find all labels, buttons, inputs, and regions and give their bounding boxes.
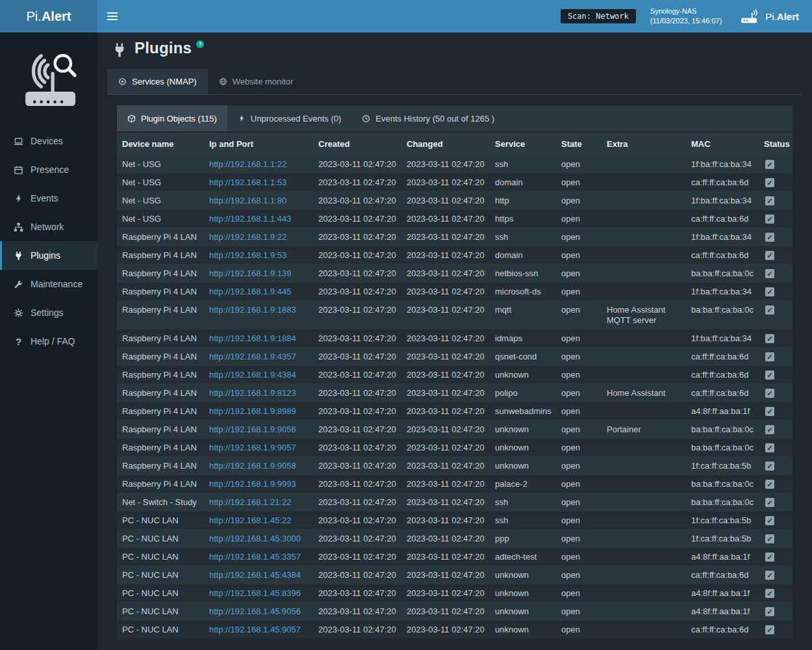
status-checkbox[interactable]: ✓ (765, 178, 774, 187)
ip-port-link[interactable]: http://192.168.1.9:9058 (209, 461, 296, 471)
status-checkbox[interactable]: ✓ (765, 607, 774, 616)
settings-icon (13, 308, 24, 318)
sidebar-item-label: Devices (31, 136, 63, 146)
status-checkbox[interactable]: ✓ (765, 196, 774, 205)
status-checkbox[interactable]: ✓ (765, 160, 774, 169)
status-checkbox[interactable]: ✓ (765, 389, 774, 398)
ip-port-link[interactable]: http://192.168.1.9:53 (209, 250, 286, 260)
subtab-label: Events History (50 out of 1265 ) (375, 114, 494, 124)
sidebar-toggle-button[interactable] (97, 0, 127, 32)
subtab-events-history[interactable]: Events History (50 out of 1265 ) (351, 105, 505, 131)
status-checkbox[interactable]: ✓ (765, 480, 774, 489)
ip-port-link[interactable]: http://192.168.1.45:9057 (209, 625, 301, 634)
tab-content: Plugin Objects (115) Unprocessed Events … (107, 95, 802, 639)
ip-port-link[interactable]: http://192.168.1.9:139 (209, 268, 292, 278)
sidebar-item-presence[interactable]: Presence (0, 155, 97, 184)
device-name-cell: Raspberry Pi 4 LAN (117, 283, 204, 301)
sidebar-item-network[interactable]: Network (0, 213, 97, 241)
ip-port-link[interactable]: http://192.168.1.9:445 (209, 287, 292, 296)
subtab-plugin-objects[interactable]: Plugin Objects (115) (117, 105, 227, 131)
status-checkbox[interactable]: ✓ (765, 251, 774, 260)
help-icon: ? (13, 336, 24, 347)
status-cell: ✓ (759, 246, 793, 265)
ip-port-link[interactable]: http://192.168.1.9:1883 (209, 305, 296, 315)
status-cell: ✓ (759, 439, 793, 457)
status-checkbox[interactable]: ✓ (765, 625, 774, 634)
sidebar-item-maintenance[interactable]: Maintenance (0, 270, 97, 298)
service-cell: idmaps (490, 330, 556, 348)
status-checkbox[interactable]: ✓ (765, 498, 774, 507)
ip-port-link[interactable]: http://192.168.1.1:22 (209, 159, 286, 169)
changed-cell: 2023-03-11 02:47:20 (401, 402, 490, 421)
service-cell: domain (490, 174, 556, 192)
status-checkbox[interactable]: ✓ (765, 552, 774, 562)
status-cell: ✓ (759, 402, 793, 421)
status-checkbox[interactable]: ✓ (765, 589, 774, 598)
mac-cell: ca:ff:ff:ca:ba:6d (686, 621, 759, 639)
status-checkbox[interactable]: ✓ (765, 425, 774, 434)
ip-port-link[interactable]: http://192.168.1.9:1884 (209, 333, 296, 343)
extra-cell (602, 192, 686, 210)
created-cell: 2023-03-11 02:47:20 (313, 228, 401, 246)
ip-port-link[interactable]: http://192.168.1.45:3000 (209, 534, 301, 543)
changed-cell: 2023-03-11 02:47:20 (401, 530, 490, 548)
service-cell: netbios-ssn (490, 265, 556, 283)
table-row: PC - NUC LANhttp://192.168.1.45:43842023… (117, 566, 793, 584)
table-row: Raspberry Pi 4 LANhttp://192.168.1.9:435… (117, 348, 793, 366)
ip-port-link[interactable]: http://192.168.1.9:8123 (209, 388, 296, 398)
ip-port-link[interactable]: http://192.168.1.1:443 (209, 214, 292, 224)
ip-port-link[interactable]: http://192.168.1.45:9056 (209, 606, 301, 616)
sidebar-item-devices[interactable]: Devices (0, 127, 97, 155)
status-checkbox[interactable]: ✓ (765, 462, 774, 471)
status-checkbox[interactable]: ✓ (765, 571, 774, 580)
status-checkbox[interactable]: ✓ (765, 214, 774, 224)
status-checkbox[interactable]: ✓ (765, 370, 774, 380)
app-brand[interactable]: Pi.Alert (0, 0, 97, 32)
ip-port-link[interactable]: http://192.168.1.45:22 (209, 515, 292, 525)
app-logo (0, 32, 97, 127)
table-body: Net - USGhttp://192.168.1.1:222023-03-11… (117, 155, 793, 639)
ip-port-link[interactable]: http://192.168.1.9:4357 (209, 352, 296, 361)
ip-port-link[interactable]: http://192.168.1.45:3357 (209, 552, 301, 562)
ip-port-link[interactable]: http://192.168.1.1:80 (209, 196, 286, 205)
ip-port-link[interactable]: http://192.168.1.45:4384 (209, 570, 301, 580)
status-checkbox[interactable]: ✓ (765, 443, 774, 452)
status-checkbox[interactable]: ✓ (765, 534, 774, 543)
status-checkbox[interactable]: ✓ (765, 233, 774, 242)
ip-port-link[interactable]: http://192.168.1.21:22 (209, 497, 292, 507)
column-header: Extra (602, 133, 686, 155)
status-checkbox[interactable]: ✓ (765, 269, 774, 278)
status-checkbox[interactable]: ✓ (765, 352, 774, 361)
ip-port-link[interactable]: http://192.168.1.9:8989 (209, 406, 296, 416)
status-checkbox[interactable]: ✓ (765, 407, 774, 416)
ip-port-link[interactable]: http://192.168.1.9:9056 (209, 424, 296, 434)
status-checkbox[interactable]: ✓ (765, 516, 774, 525)
ip-port-link[interactable]: http://192.168.1.1:53 (209, 177, 286, 187)
state-cell: open (556, 421, 602, 439)
help-badge-icon[interactable]: ? (196, 40, 204, 48)
ip-port-link[interactable]: http://192.168.1.9:4384 (209, 370, 296, 380)
extra-cell (602, 530, 686, 548)
sidebar-item-events[interactable]: Events (0, 184, 97, 213)
sidebar-item-plugins[interactable]: Plugins (0, 241, 97, 270)
tab-services-nmap[interactable]: Services (NMAP) (107, 69, 208, 94)
mac-cell: 1f:ba:ff:ca:ba:34 (686, 192, 759, 210)
table-row: Net - Switch - Studyhttp://192.168.1.21:… (117, 493, 793, 512)
sidebar-item-settings[interactable]: Settings (0, 298, 97, 327)
status-checkbox[interactable]: ✓ (765, 334, 774, 343)
page-title: Plugins ? (107, 39, 802, 65)
ip-port-cell: http://192.168.1.9:53 (204, 246, 313, 265)
created-cell: 2023-03-11 02:47:20 (313, 530, 401, 548)
ip-port-link[interactable]: http://192.168.1.9:9993 (209, 479, 296, 489)
ip-port-cell: http://192.168.1.9:139 (204, 265, 313, 283)
subtab-unprocessed-events[interactable]: Unprocessed Events (0) (227, 105, 351, 131)
status-checkbox[interactable]: ✓ (765, 287, 774, 296)
status-checkbox[interactable]: ✓ (765, 306, 774, 315)
ip-port-cell: http://192.168.1.1:53 (204, 174, 313, 192)
sidebar-item-help-faq[interactable]: ? Help / FAQ (0, 327, 97, 356)
state-cell: open (556, 192, 602, 210)
ip-port-link[interactable]: http://192.168.1.9:9057 (209, 443, 296, 452)
ip-port-link[interactable]: http://192.168.1.9:22 (209, 232, 286, 242)
tab-website-monitor[interactable]: Website monitor (208, 69, 305, 94)
ip-port-link[interactable]: http://192.168.1.45:8396 (209, 588, 301, 598)
